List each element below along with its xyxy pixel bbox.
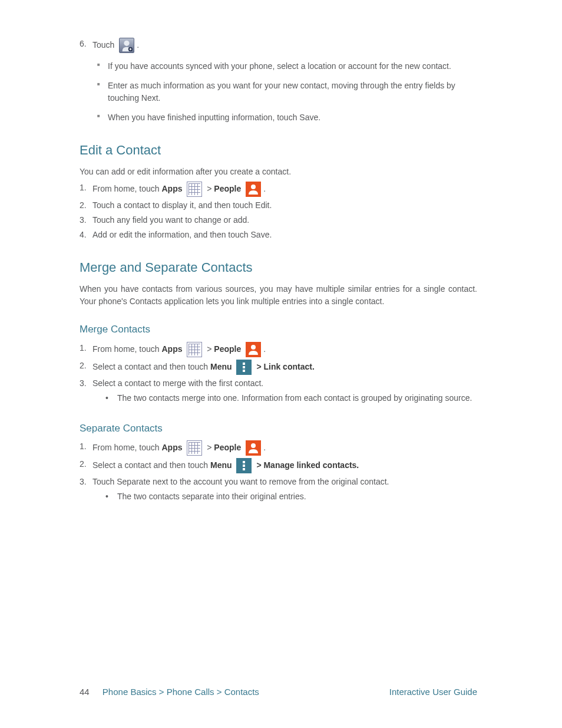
text: home, touch [112, 443, 162, 452]
text: Select a contact and then touch [92, 460, 210, 470]
apps-label: Apps [162, 344, 183, 353]
text: From [92, 443, 112, 452]
edit-contact-intro: You can add or edit information after yo… [80, 166, 477, 178]
heading-merge-contacts: Merge Contacts [80, 322, 477, 337]
step-prefix: Touch [92, 40, 117, 50]
apps-grid-icon [187, 342, 202, 357]
list-item: When you have finished inputting informa… [97, 111, 477, 124]
step-text: Select a contact and then touch Menu > L… [92, 360, 477, 375]
step-text: From home, touch Apps > People . [92, 182, 477, 197]
text: Select a contact and then touch [92, 361, 210, 371]
people-label: People [214, 184, 241, 193]
step-number: 1. [80, 440, 92, 453]
sep-step-2: 2. Select a contact and then touch Menu … [80, 458, 477, 473]
page-number: 44 [80, 687, 90, 697]
edit-step-3: 3. Touch any field you want to change or… [80, 214, 477, 226]
substep: • The two contacts separate into their o… [105, 490, 477, 503]
apps-grid-icon [187, 182, 202, 197]
step-text: From home, touch Apps > People . [92, 342, 477, 357]
text: home, touch [112, 344, 162, 353]
step-number: 1. [80, 342, 92, 354]
svg-point-3 [251, 345, 256, 350]
people-label: People [214, 344, 241, 353]
step-number: 4. [80, 229, 92, 241]
text: > [207, 184, 214, 193]
subtext: The two contacts separate into their ori… [117, 490, 477, 503]
step-text: Touch Separate next to the account you w… [92, 476, 477, 505]
step-text: Touch a contact to display it, and then … [92, 199, 477, 212]
people-icon [246, 440, 261, 456]
step-text: Touch any field you want to change or ad… [92, 214, 477, 226]
text: > Manage linked contacts. [256, 460, 359, 470]
sep-step-1: 1. From home, touch Apps > People . [80, 440, 477, 456]
new-contact-icon [119, 38, 134, 53]
step-suffix: . [137, 40, 139, 50]
menu-label: Menu [210, 361, 232, 371]
svg-point-4 [251, 443, 256, 448]
step-number: 2. [80, 199, 92, 212]
people-label: People [214, 443, 241, 452]
bullet-list: If you have accounts synced with your ph… [97, 60, 477, 124]
text: > Link contact. [256, 361, 314, 371]
svg-point-2 [251, 185, 256, 189]
merge-step-3: 3. Select a contact to merge with the fi… [80, 377, 477, 407]
list-item: Enter as much information as you want fo… [97, 80, 477, 104]
text: From [92, 184, 112, 193]
page-footer: 44 Phone Basics > Phone Calls > Contacts… [0, 686, 501, 699]
bullet: • [105, 392, 117, 404]
bullet: • [105, 490, 117, 503]
people-icon [246, 342, 261, 357]
step-number: 2. [80, 458, 92, 470]
step-text: Select a contact and then touch Menu > M… [92, 458, 477, 473]
text: . [263, 344, 266, 353]
footer-right: Interactive User Guide [389, 686, 477, 699]
text: > [207, 344, 214, 353]
breadcrumb: Phone Basics > Phone Calls > Contacts [103, 687, 259, 697]
menu-icon [236, 458, 252, 473]
apps-label: Apps [162, 443, 183, 452]
edit-step-2: 2. Touch a contact to display it, and th… [80, 199, 477, 212]
apps-grid-icon [187, 440, 202, 456]
step-text: Select a contact to merge with the first… [92, 377, 477, 407]
substep: • The two contacts merge into one. Infor… [105, 392, 477, 404]
text: Touch Separate next to the account you w… [92, 476, 477, 488]
merge-intro: When you have contacts from various sour… [80, 283, 477, 308]
step-number: 3. [80, 377, 92, 390]
sep-step-3: 3. Touch Separate next to the account yo… [80, 476, 477, 505]
step-number: 2. [80, 360, 92, 372]
merge-step-1: 1. From home, touch Apps > People . [80, 342, 477, 357]
text: > [207, 443, 214, 452]
menu-icon [236, 360, 252, 375]
text: home, touch [112, 184, 162, 193]
heading-separate-contacts: Separate Contacts [80, 421, 477, 436]
step-text: Add or edit the information, and then to… [92, 229, 477, 241]
step-number: 6. [80, 38, 92, 50]
heading-edit-contact: Edit a Contact [80, 140, 477, 160]
merge-step-2: 2. Select a contact and then touch Menu … [80, 360, 477, 375]
apps-label: Apps [162, 184, 183, 193]
step-text: Touch . [92, 38, 477, 53]
heading-merge-separate: Merge and Separate Contacts [80, 258, 477, 277]
list-item: If you have accounts synced with your ph… [97, 60, 477, 73]
svg-point-0 [124, 41, 130, 46]
text: . [263, 184, 266, 193]
step-6: 6. Touch . [80, 38, 477, 53]
edit-step-4: 4. Add or edit the information, and then… [80, 229, 477, 241]
text: From [92, 344, 112, 353]
footer-left: 44 Phone Basics > Phone Calls > Contacts [80, 686, 259, 699]
step-number: 3. [80, 214, 92, 226]
edit-step-1: 1. From home, touch Apps > People . [80, 182, 477, 197]
people-icon [246, 182, 261, 197]
text: Select a contact to merge with the first… [92, 377, 477, 390]
step-number: 3. [80, 476, 92, 488]
subtext: The two contacts merge into one. Informa… [117, 392, 477, 404]
text: . [263, 443, 266, 452]
step-text: From home, touch Apps > People . [92, 440, 477, 456]
menu-label: Menu [210, 460, 232, 470]
step-number: 1. [80, 182, 92, 194]
